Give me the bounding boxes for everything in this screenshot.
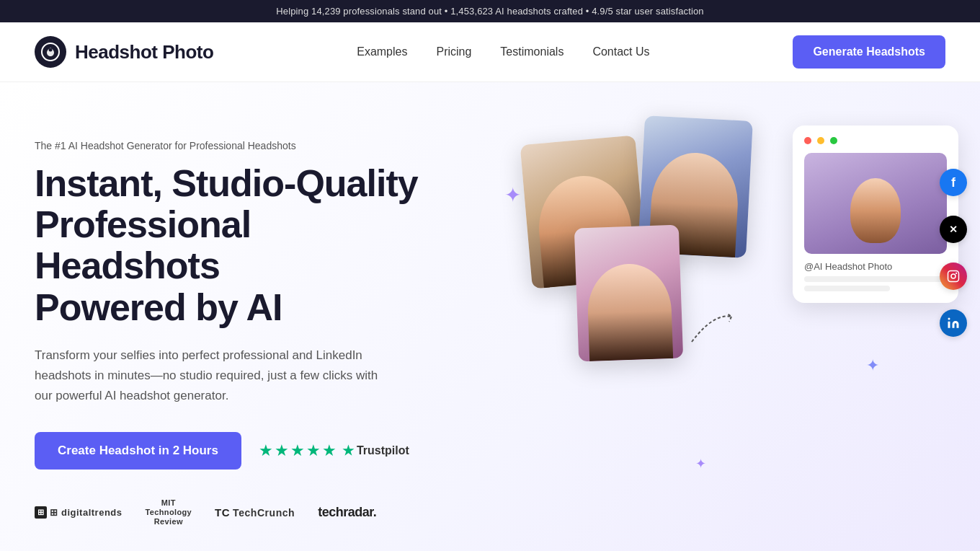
main-nav: Examples Pricing Testimonials Contact Us — [357, 45, 649, 58]
facebook-icon: f — [940, 169, 967, 196]
star-5: ★ — [322, 441, 337, 460]
hero-title-line3: Powered by AI — [35, 286, 282, 328]
trustpilot-area: ★ ★ ★ ★ ★ ★ Trustpilot — [259, 441, 409, 460]
social-username: @AI Headshot Photo — [804, 261, 947, 272]
hero-badge: The #1 AI Headshot Generator for Profess… — [35, 140, 438, 151]
headshot-photo-2 — [638, 115, 753, 258]
nav-pricing[interactable]: Pricing — [436, 45, 471, 58]
cta-row: Create Headshot in 2 Hours ★ ★ ★ ★ ★ ★ T… — [35, 432, 438, 470]
star-2: ★ — [275, 441, 289, 460]
svg-point-1 — [49, 48, 53, 52]
media-logo-techradar: techradar. — [318, 505, 376, 520]
social-card-header — [804, 137, 947, 144]
media-logos-row: ⊞ ⊞ digitaltrends MITTechnologyReview TC… — [35, 498, 438, 527]
window-dot-green — [830, 137, 837, 144]
announcement-banner: Helping 14,239 professionals stand out •… — [0, 0, 980, 22]
nav-testimonials[interactable]: Testimonials — [500, 45, 564, 58]
media-logo-techcrunch: TC TechCrunch — [215, 506, 295, 519]
hero-section: The #1 AI Headshot Generator for Profess… — [0, 82, 980, 551]
header: Headshot Photo Examples Pricing Testimon… — [0, 22, 980, 82]
hero-content: The #1 AI Headshot Generator for Profess… — [35, 125, 438, 526]
star-3: ★ — [290, 441, 305, 460]
x-twitter-icon: ✕ — [940, 216, 967, 243]
window-dot-yellow — [817, 137, 824, 144]
window-dot-red — [804, 137, 811, 144]
headshot-photo-1 — [520, 135, 648, 288]
create-headshot-button[interactable]: Create Headshot in 2 Hours — [35, 432, 241, 470]
svg-rect-2 — [948, 271, 959, 282]
hero-visual: @AI Headshot Photo f ✕ ✦ ✦ ✦ — [418, 82, 980, 529]
headshot-photo-3 — [574, 225, 683, 362]
banner-text: Helping 14,239 professionals stand out •… — [276, 6, 703, 17]
sparkle-3: ✦ — [695, 456, 706, 472]
hero-title-line2: Professional Headshots — [35, 203, 251, 286]
instagram-icon — [940, 263, 967, 290]
star-1: ★ — [259, 441, 273, 460]
svg-point-4 — [956, 273, 957, 274]
linkedin-icon — [940, 309, 967, 337]
svg-point-3 — [951, 274, 956, 278]
svg-rect-5 — [948, 322, 950, 328]
logo-text: Headshot Photo — [75, 41, 213, 63]
star-4: ★ — [306, 441, 321, 460]
star-rating: ★ ★ ★ ★ ★ — [259, 441, 337, 460]
media-logo-mit: MITTechnologyReview — [146, 498, 192, 527]
arrow-decoration — [685, 306, 742, 349]
logo-icon — [35, 36, 66, 68]
hero-description: Transform your selfies into perfect prof… — [35, 345, 380, 406]
social-bar-1 — [804, 276, 947, 282]
media-logo-digitaltrends: ⊞ ⊞ digitaltrends — [35, 506, 122, 519]
profile-image — [804, 153, 947, 254]
trustpilot-label: Trustpilot — [357, 444, 409, 457]
trustpilot-star: ★ — [342, 443, 354, 459]
sparkle-2: ✦ — [866, 356, 879, 375]
logo-link[interactable]: Headshot Photo — [35, 36, 213, 68]
social-card: @AI Headshot Photo — [793, 125, 958, 303]
nav-examples[interactable]: Examples — [357, 45, 407, 58]
trustpilot-logo: ★ Trustpilot — [342, 443, 409, 459]
profile-image-container — [804, 153, 947, 254]
dt-box-icon: ⊞ — [35, 506, 47, 519]
sparkle-1: ✦ — [504, 183, 521, 207]
generate-headshots-button[interactable]: Generate Headshots — [793, 35, 945, 69]
hero-title-line1: Instant, Studio-Quality — [35, 162, 418, 204]
nav-contact[interactable]: Contact Us — [592, 45, 649, 58]
svg-point-6 — [948, 318, 950, 320]
social-bar-2 — [804, 286, 890, 291]
hero-title: Instant, Studio-Quality Professional Hea… — [35, 163, 438, 328]
